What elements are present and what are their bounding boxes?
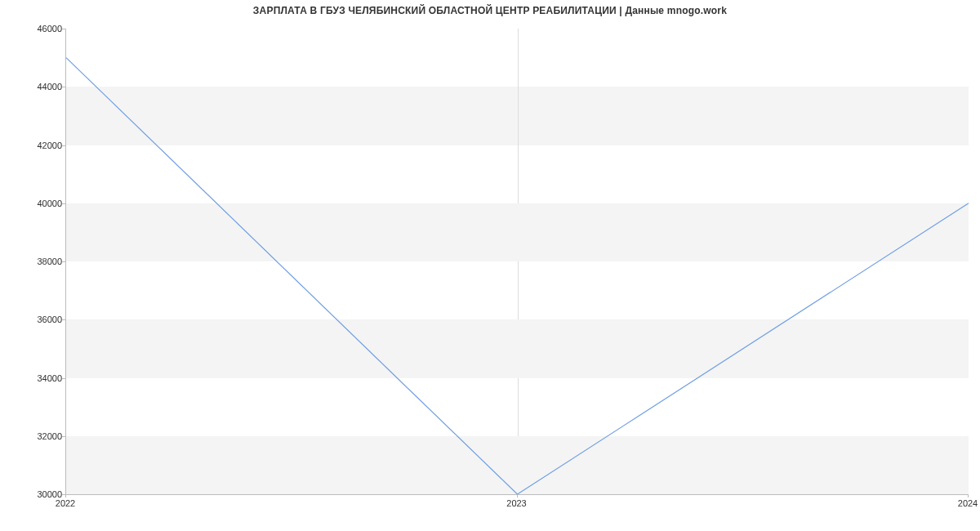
y-tick-mark bbox=[62, 87, 65, 87]
line-series bbox=[66, 29, 969, 494]
y-tick-label: 32000 bbox=[36, 431, 62, 441]
plot-area bbox=[65, 29, 969, 495]
x-tick-label: 2024 bbox=[958, 498, 978, 508]
y-tick-mark bbox=[62, 29, 65, 29]
data-line bbox=[66, 58, 969, 494]
y-tick-label: 36000 bbox=[36, 315, 62, 324]
y-tick-label: 40000 bbox=[36, 199, 62, 208]
x-tick-label: 2023 bbox=[506, 498, 526, 508]
y-tick-label: 44000 bbox=[36, 82, 62, 91]
x-tick-label: 2022 bbox=[56, 498, 75, 508]
chart-container: ЗАРПЛАТА В ГБУЗ ЧЕЛЯБИНСКИЙ ОБЛАСТНОЙ ЦЕ… bbox=[0, 0, 980, 531]
x-tick-mark bbox=[517, 494, 518, 498]
chart-title: ЗАРПЛАТА В ГБУЗ ЧЕЛЯБИНСКИЙ ОБЛАСТНОЙ ЦЕ… bbox=[0, 5, 980, 16]
x-tick-mark bbox=[968, 494, 969, 498]
y-tick-label: 34000 bbox=[36, 373, 62, 383]
y-tick-mark bbox=[62, 436, 65, 437]
y-tick-label: 42000 bbox=[36, 141, 62, 150]
y-tick-mark bbox=[62, 378, 65, 379]
y-tick-label: 38000 bbox=[36, 257, 62, 266]
y-tick-label: 46000 bbox=[36, 24, 62, 33]
y-tick-mark bbox=[62, 145, 65, 146]
y-tick-mark bbox=[62, 203, 65, 204]
x-tick-mark bbox=[65, 494, 66, 498]
y-tick-mark bbox=[62, 319, 65, 320]
y-tick-mark bbox=[62, 261, 65, 262]
